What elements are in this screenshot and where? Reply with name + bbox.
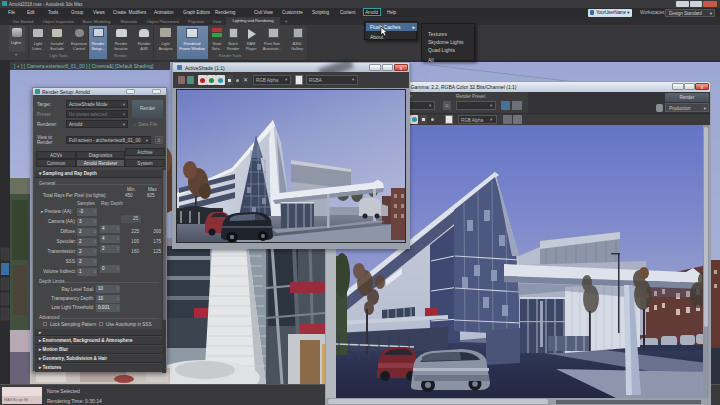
svg-text:[ + ] [ Camera.exterieur8_01_0: [ + ] [ Camera.exterieur8_01_00 ] [ Cine… <box>14 63 154 69</box>
